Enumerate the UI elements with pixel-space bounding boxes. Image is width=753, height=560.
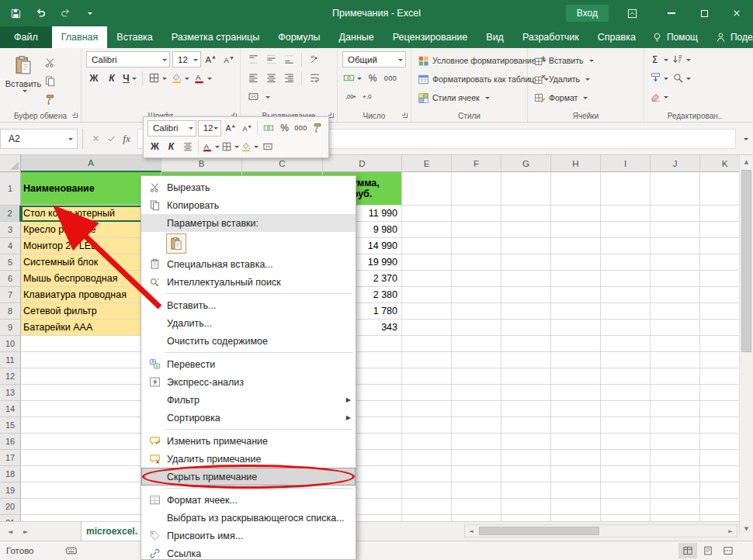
cell[interactable]: [651, 206, 700, 222]
view-normal-icon[interactable]: [678, 543, 697, 558]
cell[interactable]: [651, 320, 700, 336]
cell[interactable]: [700, 401, 739, 417]
cell[interactable]: [402, 222, 452, 238]
context-menu-item[interactable]: Очистить содержимое: [141, 332, 356, 350]
cell[interactable]: [501, 499, 551, 515]
view-page-break-icon[interactable]: [719, 543, 737, 558]
cell[interactable]: [601, 499, 651, 515]
increase-decimal-button[interactable]: ,00: [342, 88, 358, 105]
ribbon-tab[interactable]: Вставка: [107, 26, 161, 48]
mini-bold-button[interactable]: Ж: [147, 138, 162, 154]
cell[interactable]: [551, 222, 601, 238]
cell[interactable]: [402, 401, 452, 417]
help-button[interactable]: Помощ: [645, 32, 704, 43]
cell[interactable]: [501, 385, 551, 401]
italic-button[interactable]: К: [104, 70, 120, 86]
cell[interactable]: [700, 515, 739, 521]
minimize-button[interactable]: [655, 0, 688, 26]
cell[interactable]: [601, 172, 651, 206]
row-header[interactable]: 20: [0, 499, 21, 515]
cell[interactable]: [601, 287, 651, 303]
sheet-tab-active[interactable]: microexcel.: [81, 522, 143, 541]
cell[interactable]: [601, 271, 651, 287]
mini-grow-font-button[interactable]: А: [223, 120, 238, 137]
cell[interactable]: [551, 320, 601, 336]
row-header[interactable]: 4: [0, 238, 21, 254]
paste-option-button[interactable]: [166, 233, 186, 254]
cell[interactable]: [551, 401, 601, 417]
cell[interactable]: [402, 385, 452, 401]
context-menu-item[interactable]: Фильтр▶: [141, 391, 356, 409]
cell[interactable]: [700, 222, 739, 238]
align-bottom-button[interactable]: [281, 51, 297, 67]
column-header[interactable]: D: [323, 155, 402, 172]
wrap-text-button[interactable]: [307, 70, 322, 86]
cell[interactable]: [452, 336, 501, 352]
mini-font-color-button[interactable]: А: [202, 138, 220, 154]
cell[interactable]: [551, 466, 601, 482]
cell[interactable]: [601, 336, 651, 352]
mini-percent-button[interactable]: %: [277, 120, 292, 137]
cell[interactable]: [651, 417, 700, 434]
cut-button[interactable]: [42, 54, 57, 71]
cell[interactable]: [651, 352, 700, 368]
cell[interactable]: [402, 303, 452, 320]
cell[interactable]: [651, 172, 700, 206]
cell[interactable]: [700, 303, 739, 320]
cell[interactable]: [601, 385, 651, 401]
cell[interactable]: [402, 287, 452, 303]
cell[interactable]: [601, 450, 651, 466]
context-menu-item[interactable]: Присвоить имя...: [141, 527, 356, 544]
view-page-layout-icon[interactable]: [699, 543, 717, 558]
cell[interactable]: [700, 172, 739, 206]
hscroll-right-icon[interactable]: ►: [724, 528, 737, 534]
row-header[interactable]: 10: [0, 336, 21, 352]
column-header[interactable]: F: [452, 155, 501, 172]
format-painter-button[interactable]: [42, 92, 57, 108]
mini-italic-button[interactable]: К: [164, 138, 179, 154]
mini-format-painter-button[interactable]: [310, 120, 324, 137]
context-menu-item[interactable]: Сортировка▶: [141, 409, 356, 427]
column-header[interactable]: I: [601, 155, 651, 172]
cell[interactable]: [651, 385, 700, 401]
mini-comma-button[interactable]: 000: [293, 120, 308, 137]
cell[interactable]: [452, 303, 501, 320]
cell[interactable]: [551, 368, 601, 385]
row-header[interactable]: 11: [0, 352, 21, 368]
cell[interactable]: [402, 417, 452, 434]
cell[interactable]: [601, 352, 651, 368]
cell[interactable]: [551, 417, 601, 434]
mini-merge-button[interactable]: [260, 138, 275, 154]
vertical-scrollbar[interactable]: ▲ ▼: [739, 155, 753, 535]
cell[interactable]: [700, 368, 739, 385]
mini-shrink-font-button[interactable]: А: [239, 120, 254, 137]
cell[interactable]: [601, 254, 651, 271]
cell[interactable]: [651, 336, 700, 352]
decrease-decimal-button[interactable]: ,0: [360, 88, 376, 105]
clear-button[interactable]: [649, 88, 669, 105]
cell[interactable]: [700, 482, 739, 499]
paste-button[interactable]: Вставить: [5, 51, 42, 108]
cancel-icon[interactable]: [88, 129, 103, 149]
cell[interactable]: [452, 271, 501, 287]
cell[interactable]: [551, 352, 601, 368]
share-button[interactable]: Поделиться: [709, 32, 753, 43]
cell[interactable]: [601, 238, 651, 254]
horizontal-scrollbar[interactable]: ◄ ►: [464, 524, 737, 538]
cell[interactable]: [501, 368, 551, 385]
cell[interactable]: [402, 172, 452, 206]
vscroll-thumb[interactable]: [741, 170, 751, 352]
cell[interactable]: [700, 287, 739, 303]
merge-center-button[interactable]: [245, 88, 261, 105]
cell[interactable]: [402, 206, 452, 222]
font-size-select[interactable]: 12: [172, 51, 201, 67]
context-menu-item[interactable]: Экспресс-анализ: [141, 373, 356, 391]
row-header[interactable]: 13: [0, 385, 21, 401]
cell[interactable]: [501, 254, 551, 271]
cell[interactable]: [501, 401, 551, 417]
fill-color-button[interactable]: [170, 70, 190, 86]
cell[interactable]: [501, 352, 551, 368]
cell[interactable]: [651, 482, 700, 499]
cell[interactable]: [601, 466, 651, 482]
cell[interactable]: [601, 401, 651, 417]
